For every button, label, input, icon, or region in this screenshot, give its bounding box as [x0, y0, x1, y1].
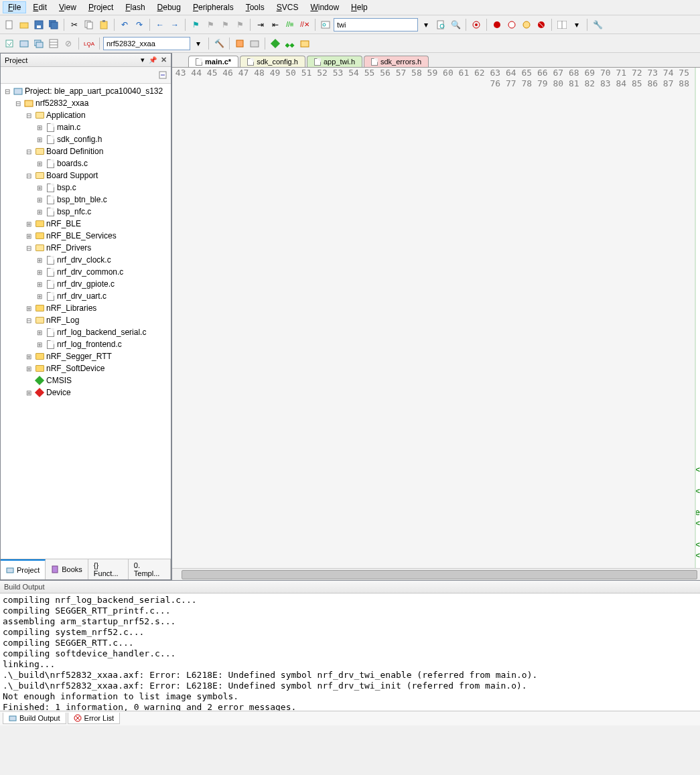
- undo-icon[interactable]: ↶: [118, 18, 131, 31]
- tree-file-nrf_drv_gpiote-c[interactable]: ⊞nrf_drv_gpiote.c: [1, 278, 171, 290]
- project-tab-3[interactable]: 0. Templ...: [129, 559, 171, 579]
- outdent-icon[interactable]: ⇤: [269, 18, 282, 31]
- pack-installer-icon[interactable]: [269, 37, 282, 50]
- tree-file-nrf_log_frontend-c[interactable]: ⊞nrf_log_frontend.c: [1, 338, 171, 350]
- tree-file-nrf_log_backend_serial-c[interactable]: ⊞nrf_log_backend_serial.c: [1, 326, 171, 338]
- comment-icon[interactable]: //≡: [283, 18, 297, 31]
- build-tab-error-list[interactable]: Error List: [68, 713, 121, 724]
- panel-close-icon[interactable]: ✕: [161, 56, 167, 64]
- editor-tab-main-c-[interactable]: main.c*: [188, 56, 238, 67]
- find-icon[interactable]: [319, 18, 332, 31]
- menu-help[interactable]: Help: [346, 1, 373, 13]
- panel-dropdown-icon[interactable]: ▾: [141, 56, 145, 64]
- menu-edit[interactable]: Edit: [27, 1, 52, 13]
- tree-group-nrf_ble_services[interactable]: ⊞nRF_BLE_Services: [1, 230, 171, 242]
- menu-window[interactable]: Window: [305, 1, 344, 13]
- search-dropdown-icon[interactable]: ▾: [419, 18, 433, 31]
- tree-file-bsp_nfc-c[interactable]: ⊞bsp_nfc.c: [1, 206, 171, 218]
- batch-build-icon[interactable]: [47, 37, 60, 50]
- uncomment-icon[interactable]: //✕: [298, 18, 311, 31]
- open-file-icon[interactable]: [17, 18, 31, 31]
- project-tab-1[interactable]: Books: [46, 559, 88, 579]
- tree-group-nrf_libraries[interactable]: ⊞nRF_Libraries: [1, 302, 171, 314]
- menu-view[interactable]: View: [54, 1, 82, 13]
- tree-group-nrf_drivers[interactable]: ⊟nRF_Drivers: [1, 242, 171, 254]
- download-icon[interactable]: LOAD: [82, 37, 96, 50]
- menu-project[interactable]: Project: [83, 1, 119, 13]
- copy-icon[interactable]: [82, 18, 96, 31]
- tree-group-board-definition[interactable]: ⊟Board Definition: [1, 145, 171, 157]
- save-all-icon[interactable]: [47, 18, 60, 31]
- editor-tab-sdk_errors-h[interactable]: sdk_errors.h: [364, 56, 429, 67]
- manage-env-icon[interactable]: [248, 37, 261, 50]
- tree-target[interactable]: ⊟nrf52832_xxaa: [1, 97, 171, 109]
- translate-icon[interactable]: [3, 37, 16, 50]
- tree-group-nrf_ble[interactable]: ⊞nRF_BLE: [1, 218, 171, 230]
- build-tab-build-output[interactable]: Build Output: [3, 713, 66, 724]
- cut-icon[interactable]: ✂: [68, 18, 81, 31]
- editor-tab-app_twi-h[interactable]: app_twi.h: [307, 56, 362, 67]
- bookmark-clear-icon[interactable]: ⚑: [233, 18, 247, 31]
- file-ext-icon[interactable]: [233, 37, 247, 50]
- tree-file-nrf_drv_clock-c[interactable]: ⊞nrf_drv_clock.c: [1, 254, 171, 266]
- menu-file[interactable]: File: [3, 1, 26, 13]
- breakpoint-kill-icon[interactable]: [535, 18, 548, 31]
- tree-extra-cmsis[interactable]: CMSIS: [1, 374, 171, 386]
- build-icon[interactable]: [17, 37, 31, 50]
- pack-select-icon[interactable]: [298, 37, 311, 50]
- build-output-text[interactable]: compiling nrf_log_backend_serial.c... co…: [0, 593, 700, 711]
- bookmark-next-icon[interactable]: ⚑: [218, 18, 232, 31]
- tree-extra-device[interactable]: ⊞Device: [1, 386, 171, 399]
- nav-back-icon[interactable]: ←: [153, 18, 167, 31]
- stop-build-icon[interactable]: ⊘: [62, 37, 75, 50]
- menu-flash[interactable]: Flash: [120, 1, 150, 13]
- paste-icon[interactable]: [97, 18, 111, 31]
- tree-group-application[interactable]: ⊟Application: [1, 109, 171, 121]
- tree-file-boards-c[interactable]: ⊞boards.c: [1, 157, 171, 169]
- tree-file-bsp-c[interactable]: ⊞bsp.c: [1, 182, 171, 194]
- target-options-icon[interactable]: 🔨: [212, 37, 226, 50]
- rebuild-icon[interactable]: [32, 37, 46, 50]
- bookmark-icon[interactable]: ⚑: [189, 18, 202, 31]
- target-dropdown-icon[interactable]: ▾: [192, 37, 205, 50]
- code-editor[interactable]: * @{ * @ingroup ble_sdk_app_nus_eval * @…: [696, 68, 700, 568]
- project-tree[interactable]: ⊟Project: ble_app_uart_pca10040_s132⊟nrf…: [1, 84, 171, 559]
- menu-tools[interactable]: Tools: [240, 1, 270, 13]
- target-select[interactable]: [103, 37, 190, 50]
- menu-peripherals[interactable]: Peripherals: [188, 1, 239, 13]
- redo-icon[interactable]: ↷: [133, 18, 146, 31]
- search-input[interactable]: [334, 18, 418, 31]
- menu-debug[interactable]: Debug: [152, 1, 186, 13]
- find-in-files-icon[interactable]: [434, 18, 447, 31]
- project-tab-2[interactable]: {} Funct...: [88, 559, 129, 579]
- tree-file-main-c[interactable]: ⊞main.c: [1, 121, 171, 133]
- tree-group-nrf_softdevice[interactable]: ⊞nRF_SoftDevice: [1, 362, 171, 374]
- pack-nav-icon[interactable]: [283, 37, 297, 50]
- save-icon[interactable]: [32, 18, 46, 31]
- editor-hscroll[interactable]: [172, 568, 700, 580]
- nav-fwd-icon[interactable]: →: [168, 18, 182, 31]
- project-tab-0[interactable]: Project: [1, 559, 46, 579]
- bookmark-prev-icon[interactable]: ⚑: [204, 18, 217, 31]
- indent-icon[interactable]: ⇥: [254, 18, 267, 31]
- tree-collapse-icon[interactable]: [156, 68, 169, 82]
- tree-group-nrf_segger_rtt[interactable]: ⊞nRF_Segger_RTT: [1, 350, 171, 362]
- panel-pin-icon[interactable]: 📌: [149, 56, 157, 64]
- window-layout-dropdown-icon[interactable]: ▾: [570, 18, 583, 31]
- tree-file-bsp_btn_ble-c[interactable]: ⊞bsp_btn_ble.c: [1, 194, 171, 206]
- tree-file-nrf_drv_uart-c[interactable]: ⊞nrf_drv_uart.c: [1, 290, 171, 302]
- breakpoint-enable-icon[interactable]: [505, 18, 518, 31]
- incremental-find-icon[interactable]: 🔍: [449, 18, 462, 31]
- breakpoint-insert-icon[interactable]: [490, 18, 504, 31]
- tree-file-nrf_drv_common-c[interactable]: ⊞nrf_drv_common.c: [1, 266, 171, 278]
- tree-group-nrf_log[interactable]: ⊟nRF_Log: [1, 314, 171, 326]
- tree-group-board-support[interactable]: ⊟Board Support: [1, 169, 171, 182]
- new-file-icon[interactable]: [3, 18, 16, 31]
- tree-root[interactable]: ⊟Project: ble_app_uart_pca10040_s132: [1, 85, 171, 97]
- debug-icon[interactable]: [470, 18, 483, 31]
- window-layout-icon[interactable]: [555, 18, 569, 31]
- tree-file-sdk_config-h[interactable]: ⊞sdk_config.h: [1, 133, 171, 145]
- breakpoint-disable-icon[interactable]: [520, 18, 533, 31]
- configure-icon[interactable]: 🔧: [591, 18, 604, 31]
- menu-svcs[interactable]: SVCS: [271, 1, 304, 13]
